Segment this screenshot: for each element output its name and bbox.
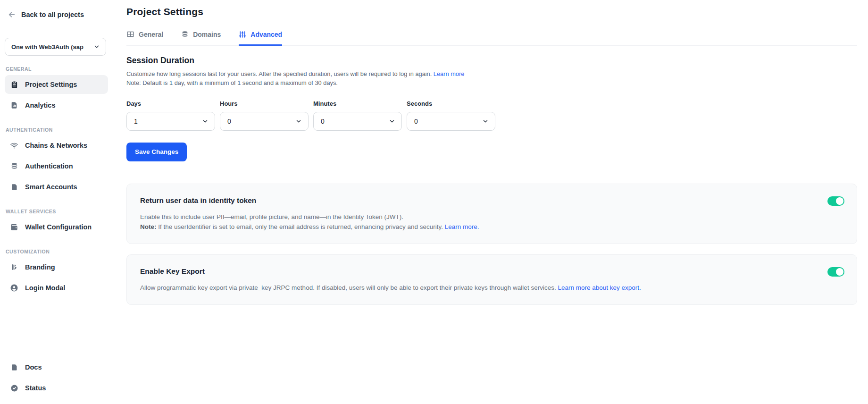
sidebar-item-status[interactable]: Status <box>5 379 108 397</box>
chevron-down-icon <box>202 118 209 125</box>
select-value: 0 <box>321 118 325 125</box>
sidebar-item-label: Status <box>25 384 46 392</box>
document-icon <box>10 363 18 371</box>
tab-general[interactable]: General <box>126 30 163 46</box>
field-days: Days 1 <box>126 100 215 131</box>
card-description: Allow programmatic key export via privat… <box>140 283 843 293</box>
sidebar-top-divider <box>0 29 113 29</box>
identity-token-card: Return user data in identity token Enabl… <box>126 184 857 244</box>
field-minutes: Minutes 0 <box>313 100 402 131</box>
chevron-down-icon <box>389 118 395 125</box>
sidebar-item-label: Docs <box>25 363 42 371</box>
sidebar-item-authentication[interactable]: Authentication <box>5 157 108 176</box>
sidebar-item-branding[interactable]: Branding <box>5 258 108 277</box>
field-label: Hours <box>220 100 309 107</box>
sidebar-footer-divider <box>0 349 113 349</box>
sidebar: Back to all projects One with Web3Auth (… <box>0 0 113 404</box>
seconds-select[interactable]: 0 <box>407 112 495 131</box>
project-selector-value: One with Web3Auth (sap <box>11 43 83 50</box>
save-changes-button[interactable]: Save Changes <box>126 143 187 161</box>
sidebar-item-label: Project Settings <box>25 81 77 88</box>
wifi-icon <box>10 141 18 150</box>
sliders-icon <box>239 31 246 38</box>
minutes-select[interactable]: 0 <box>313 112 402 131</box>
chevron-down-icon <box>93 43 100 50</box>
description-line2: If the userIdentifier is set to email, o… <box>157 223 445 230</box>
description-text: Customize how long sessions last for you… <box>126 70 434 77</box>
section-label-wallet-services: WALLET SERVICES <box>6 209 113 214</box>
chevron-down-icon <box>295 118 302 125</box>
database-icon <box>181 31 189 38</box>
tab-label: Advanced <box>250 31 282 38</box>
session-duration-section: Session Duration Customize how long sess… <box>126 56 857 161</box>
app-root: Back to all projects One with Web3Auth (… <box>0 0 868 404</box>
sidebar-item-label: Smart Accounts <box>25 183 77 191</box>
wallet-icon <box>10 223 18 231</box>
sidebar-item-login-modal[interactable]: Login Modal <box>5 278 108 297</box>
database-icon <box>10 162 18 170</box>
card-title: Enable Key Export <box>140 267 843 276</box>
check-circle-icon <box>10 384 18 392</box>
description-line1: Enable this to include user PII—email, p… <box>140 213 403 220</box>
note-text: Note: Default is 1 day, with a minimum o… <box>126 79 338 86</box>
main-content: Project Settings General Domains Advance… <box>113 0 868 404</box>
card-title: Return user data in identity token <box>140 196 843 205</box>
tab-domains[interactable]: Domains <box>181 30 221 46</box>
select-value: 1 <box>134 118 138 125</box>
sidebar-item-chains-networks[interactable]: Chains & Networks <box>5 136 108 155</box>
select-value: 0 <box>227 118 231 125</box>
sidebar-item-docs[interactable]: Docs <box>5 358 108 377</box>
duration-fields: Days 1 Hours 0 Minutes 0 <box>126 100 857 131</box>
back-to-all-projects-button[interactable]: Back to all projects <box>0 0 113 29</box>
field-label: Days <box>126 100 215 107</box>
learn-more-link[interactable]: Learn more. <box>445 223 479 230</box>
section-label-general: GENERAL <box>6 66 113 72</box>
note-prefix: Note: <box>140 223 157 230</box>
sidebar-item-label: Chains & Networks <box>25 142 87 149</box>
user-circle-icon <box>10 284 18 292</box>
section-label-authentication: AUTHENTICATION <box>6 127 113 133</box>
tab-bar: General Domains Advanced <box>126 30 857 46</box>
sidebar-footer: Docs Status <box>0 349 113 404</box>
sidebar-item-project-settings[interactable]: Project Settings <box>5 75 108 94</box>
sidebar-item-label: Authentication <box>25 162 73 170</box>
session-duration-description: Customize how long sessions last for you… <box>126 69 857 87</box>
field-label: Minutes <box>313 100 402 107</box>
sidebar-item-label: Branding <box>25 263 55 271</box>
days-select[interactable]: 1 <box>126 112 215 131</box>
document-icon <box>10 183 18 191</box>
identity-token-toggle[interactable] <box>827 196 844 206</box>
arrow-left-icon <box>8 10 16 19</box>
toggle-knob <box>836 197 843 205</box>
card-description: Enable this to include user PII—email, p… <box>140 212 843 232</box>
field-hours: Hours 0 <box>220 100 309 131</box>
sidebar-item-analytics[interactable]: Analytics <box>5 96 108 115</box>
tab-label: Domains <box>193 31 221 38</box>
select-value: 0 <box>414 118 418 125</box>
sidebar-item-label: Analytics <box>25 101 55 109</box>
toggle-knob <box>836 268 843 276</box>
section-label-customization: CUSTOMIZATION <box>6 249 113 254</box>
key-export-card: Enable Key Export Allow programmatic key… <box>126 254 857 305</box>
clipboard-icon <box>10 80 18 89</box>
hours-select[interactable]: 0 <box>220 112 309 131</box>
learn-more-link[interactable]: Learn more <box>434 70 464 77</box>
chevron-down-icon <box>482 118 489 125</box>
tab-label: General <box>139 31 163 38</box>
field-seconds: Seconds 0 <box>407 100 495 131</box>
tab-advanced[interactable]: Advanced <box>239 30 282 46</box>
sidebar-item-smart-accounts[interactable]: Smart Accounts <box>5 177 108 196</box>
field-label: Seconds <box>407 100 495 107</box>
learn-more-link[interactable]: Learn more about key export. <box>558 284 641 291</box>
sidebar-item-wallet-configuration[interactable]: Wallet Configuration <box>5 218 108 236</box>
sidebar-item-label: Login Modal <box>25 284 65 292</box>
page-title: Project Settings <box>126 0 857 17</box>
project-selector-dropdown[interactable]: One with Web3Auth (sap <box>5 38 106 56</box>
back-label: Back to all projects <box>21 11 84 18</box>
brush-icon <box>10 263 18 271</box>
analytics-doc-icon <box>10 101 18 109</box>
key-export-toggle[interactable] <box>827 267 844 277</box>
session-duration-title: Session Duration <box>126 56 857 66</box>
section-divider <box>126 173 857 173</box>
table-icon <box>126 30 134 38</box>
